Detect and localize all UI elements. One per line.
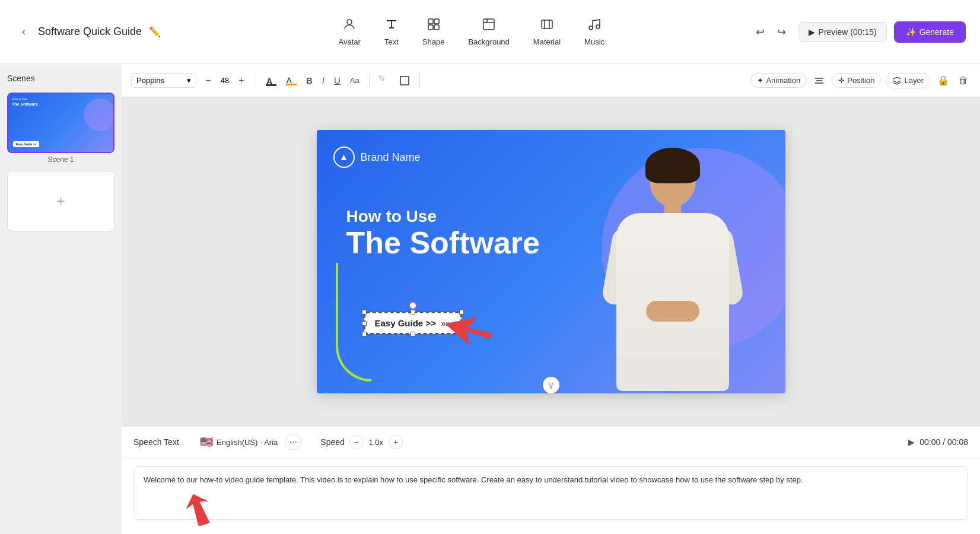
generate-button[interactable]: ✨ Generate bbox=[894, 21, 966, 43]
delete-button[interactable]: 🗑 bbox=[956, 73, 971, 88]
sel-handle-tr[interactable] bbox=[459, 310, 464, 314]
time-display: ▶ 00:00 / 00:08 bbox=[908, 437, 968, 447]
music-icon bbox=[587, 17, 602, 34]
edit-title-icon[interactable]: ✏️ bbox=[149, 26, 161, 37]
nav-text-label: Text bbox=[384, 37, 399, 46]
svg-rect-2 bbox=[434, 19, 439, 24]
font-size-value: 48 bbox=[218, 76, 232, 85]
brand-name: Brand Name bbox=[361, 151, 421, 164]
scenes-label: Scenes bbox=[7, 74, 114, 83]
canvas-headline: How to Use The Software bbox=[346, 207, 540, 260]
svg-rect-1 bbox=[428, 19, 433, 24]
nav-avatar-label: Avatar bbox=[339, 37, 361, 46]
speech-text-label: Speech Text bbox=[133, 437, 193, 447]
background-icon bbox=[482, 17, 496, 34]
speed-label: Speed bbox=[320, 437, 344, 447]
preview-button[interactable]: ▶ Preview (00:15) bbox=[798, 22, 887, 42]
position-button[interactable]: ✛ Position bbox=[832, 73, 881, 88]
font-size-decrease[interactable]: − bbox=[201, 74, 215, 88]
redo-button[interactable]: ↪ bbox=[772, 23, 791, 42]
case-button[interactable]: Aa bbox=[348, 74, 362, 87]
font-size-increase[interactable]: + bbox=[234, 74, 249, 88]
speed-decrease-button[interactable]: − bbox=[349, 435, 364, 449]
sel-handle-tm[interactable] bbox=[411, 310, 415, 314]
layer-button[interactable]: Layer bbox=[886, 73, 930, 88]
add-scene-button[interactable]: + bbox=[7, 171, 114, 231]
svg-rect-15 bbox=[379, 75, 381, 78]
nav-item-background[interactable]: Background bbox=[468, 17, 509, 46]
canvas-brand: ▲ Brand Name bbox=[333, 147, 421, 168]
preview-play-icon: ▶ bbox=[809, 27, 815, 37]
generate-label: Generate bbox=[919, 27, 954, 37]
avatar-icon bbox=[342, 17, 357, 34]
language-selector[interactable]: 🇺🇸 English(US) - Aria bbox=[200, 436, 278, 449]
nav-right: ↩ ↪ ▶ Preview (00:15) ✨ Generate bbox=[751, 21, 966, 43]
generate-icon: ✨ bbox=[906, 27, 916, 37]
canvas-chevron-down[interactable]: ∨ bbox=[543, 377, 559, 393]
top-nav: ‹ Software Quick Guide ✏️ Avatar Text bbox=[0, 0, 980, 64]
more-dots-icon: ··· bbox=[289, 437, 297, 447]
speed-increase-button[interactable]: + bbox=[389, 435, 403, 449]
speech-textarea[interactable]: Welcome to our how-to video guide templa… bbox=[133, 466, 968, 520]
badge-red-arrow bbox=[444, 315, 492, 347]
nav-item-music[interactable]: Music bbox=[584, 17, 604, 46]
avatar-hair bbox=[645, 148, 700, 183]
canvas-avatar bbox=[584, 136, 762, 391]
font-selector[interactable]: Poppins ▾ bbox=[131, 73, 196, 88]
animation-button[interactable]: ✦ Animation bbox=[750, 73, 807, 88]
svg-point-9 bbox=[589, 26, 593, 30]
shape-icon bbox=[427, 17, 441, 34]
divider-1 bbox=[256, 74, 256, 88]
border-button[interactable] bbox=[397, 73, 412, 88]
text-color-button[interactable]: A bbox=[263, 73, 279, 88]
svg-point-10 bbox=[596, 25, 600, 28]
layer-icon bbox=[892, 76, 902, 85]
nav-item-text[interactable]: Text bbox=[384, 17, 399, 46]
speed-section: Speed − 1.0x + bbox=[320, 435, 402, 449]
svg-rect-3 bbox=[428, 25, 433, 30]
rotate-handle[interactable] bbox=[409, 301, 417, 310]
nav-material-label: Material bbox=[533, 37, 561, 46]
sel-handle-bm[interactable] bbox=[411, 332, 415, 336]
svg-rect-8 bbox=[542, 20, 552, 28]
font-dropdown-icon: ▾ bbox=[187, 76, 191, 85]
flag-icon: 🇺🇸 bbox=[200, 436, 213, 449]
align-button[interactable] bbox=[812, 73, 827, 88]
pattern-button[interactable] bbox=[377, 73, 392, 88]
canvas[interactable]: ▲ Brand Name How to Use The Software bbox=[317, 130, 785, 393]
speech-header: Speech Text 🇺🇸 English(US) - Aria ··· Sp… bbox=[122, 427, 980, 458]
undo-button[interactable]: ↩ bbox=[751, 23, 770, 42]
lock-button[interactable]: 🔒 bbox=[935, 72, 952, 88]
svg-point-0 bbox=[347, 20, 352, 24]
bold-button[interactable]: B bbox=[304, 73, 315, 88]
nav-background-label: Background bbox=[468, 37, 509, 46]
speech-textarea-wrapper: Welcome to our how-to video guide templa… bbox=[133, 466, 968, 522]
nav-center: Avatar Text Shape bbox=[192, 17, 751, 46]
underline-button[interactable]: U bbox=[332, 73, 343, 88]
svg-rect-14 bbox=[286, 84, 297, 85]
play-icon[interactable]: ▶ bbox=[908, 437, 915, 447]
scene-1-label: Scene 1 bbox=[7, 155, 114, 164]
font-size-control: − 48 + bbox=[201, 74, 249, 88]
svg-rect-19 bbox=[400, 77, 409, 85]
svg-rect-5 bbox=[483, 19, 494, 30]
nav-item-shape[interactable]: Shape bbox=[422, 17, 445, 46]
divider-2 bbox=[369, 74, 370, 88]
nav-item-material[interactable]: Material bbox=[533, 17, 561, 46]
avatar-hands bbox=[646, 301, 699, 322]
italic-button[interactable]: I bbox=[320, 73, 327, 88]
svg-text:A: A bbox=[287, 76, 292, 85]
canvas-wrapper: ▲ Brand Name How to Use The Software bbox=[122, 97, 980, 426]
add-scene-icon: + bbox=[56, 193, 65, 209]
sidebar: Scenes How to Use The Software Easy Guid… bbox=[0, 64, 122, 534]
position-label: Position bbox=[847, 76, 874, 85]
language-more-button[interactable]: ··· bbox=[285, 434, 301, 450]
headline-sub: How to Use bbox=[346, 207, 540, 226]
speed-value: 1.0x bbox=[367, 438, 385, 447]
nav-item-avatar[interactable]: Avatar bbox=[339, 17, 361, 46]
scene-1-thumbnail[interactable]: How to Use The Software Easy Guide >> bbox=[7, 93, 114, 153]
highlight-button[interactable]: A bbox=[284, 73, 299, 88]
back-button[interactable]: ‹ bbox=[14, 23, 33, 42]
project-title: Software Quick Guide bbox=[38, 26, 142, 38]
scene-1-container: How to Use The Software Easy Guide >> Sc… bbox=[7, 93, 114, 164]
